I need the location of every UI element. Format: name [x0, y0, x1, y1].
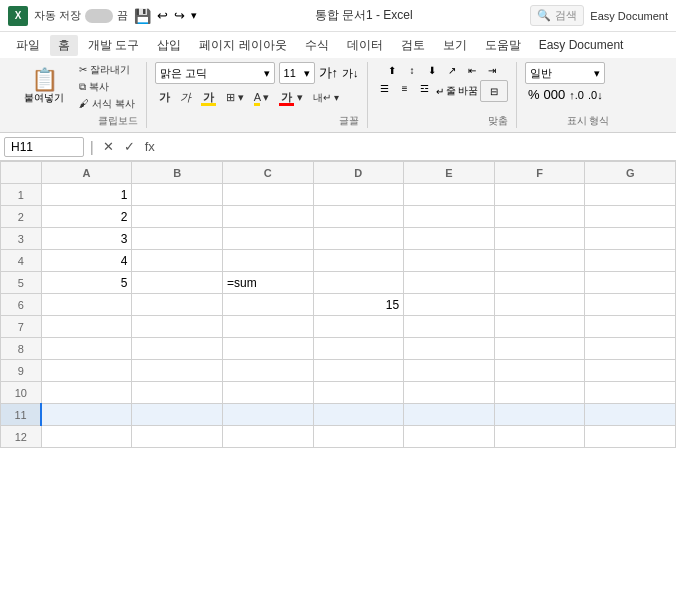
cell-F9[interactable] [494, 360, 585, 382]
menu-review[interactable]: 검토 [393, 35, 433, 56]
font-shrink-button[interactable]: 가↓ [342, 66, 359, 81]
menu-data[interactable]: 데이터 [339, 35, 391, 56]
cell-A7[interactable] [41, 316, 132, 338]
col-header-A[interactable]: A [41, 162, 132, 184]
merge-button[interactable]: ⊟ [480, 80, 508, 102]
fill-color-button[interactable]: A ▾ [250, 90, 274, 105]
cell-D2[interactable] [313, 206, 404, 228]
font-size-selector[interactable]: 11 ▾ [279, 62, 315, 84]
wrap-text-row-button[interactable]: ↵줄 바꿈 [436, 80, 479, 102]
cell-B12[interactable] [132, 426, 223, 448]
cell-F4[interactable] [494, 250, 585, 272]
cell-B1[interactable] [132, 184, 223, 206]
cell-E4[interactable] [404, 250, 495, 272]
number-format-selector[interactable]: 일반 ▾ [525, 62, 605, 84]
cell-E12[interactable] [404, 426, 495, 448]
cell-B11[interactable] [132, 404, 223, 426]
cell-B4[interactable] [132, 250, 223, 272]
name-box[interactable]: H11 [4, 137, 84, 157]
col-header-E[interactable]: E [404, 162, 495, 184]
align-left-button[interactable]: ☰ [376, 80, 394, 96]
cell-F10[interactable] [494, 382, 585, 404]
col-header-C[interactable]: C [222, 162, 313, 184]
insert-function-button[interactable]: fx [142, 139, 158, 154]
autosave-toggle[interactable] [85, 9, 113, 23]
cell-B5[interactable] [132, 272, 223, 294]
cell-G3[interactable] [585, 228, 676, 250]
menu-home[interactable]: 홈 [50, 35, 78, 56]
cell-G9[interactable] [585, 360, 676, 382]
cell-A2[interactable]: 2 [41, 206, 132, 228]
cell-B7[interactable] [132, 316, 223, 338]
cell-C4[interactable] [222, 250, 313, 272]
cell-F12[interactable] [494, 426, 585, 448]
cell-D5[interactable] [313, 272, 404, 294]
menu-view[interactable]: 보기 [435, 35, 475, 56]
row-header-11[interactable]: 11 [1, 404, 42, 426]
row-header-9[interactable]: 9 [1, 360, 42, 382]
cell-A4[interactable]: 4 [41, 250, 132, 272]
decrease-decimal-button[interactable]: .0↓ [588, 89, 603, 101]
cell-C6[interactable] [222, 294, 313, 316]
cell-E11[interactable] [404, 404, 495, 426]
cell-A10[interactable] [41, 382, 132, 404]
cell-E6[interactable] [404, 294, 495, 316]
row-header-1[interactable]: 1 [1, 184, 42, 206]
align-right-button[interactable]: ☲ [416, 80, 434, 96]
row-header-12[interactable]: 12 [1, 426, 42, 448]
cell-F11[interactable] [494, 404, 585, 426]
cell-C8[interactable] [222, 338, 313, 360]
menu-easy-doc[interactable]: Easy Document [531, 36, 632, 54]
cell-E1[interactable] [404, 184, 495, 206]
percent-button[interactable]: % [528, 87, 540, 102]
cell-F7[interactable] [494, 316, 585, 338]
row-header-2[interactable]: 2 [1, 206, 42, 228]
cell-F6[interactable] [494, 294, 585, 316]
cell-A6[interactable] [41, 294, 132, 316]
cell-C1[interactable] [222, 184, 313, 206]
col-header-G[interactable]: G [585, 162, 676, 184]
cell-A8[interactable] [41, 338, 132, 360]
cancel-formula-button[interactable]: ✕ [100, 139, 117, 154]
row-header-8[interactable]: 8 [1, 338, 42, 360]
cell-D12[interactable] [313, 426, 404, 448]
cell-E10[interactable] [404, 382, 495, 404]
cell-A9[interactable] [41, 360, 132, 382]
cell-C7[interactable] [222, 316, 313, 338]
indent-increase-button[interactable]: ⇥ [483, 62, 501, 78]
wrap-text-button[interactable]: 내↵ ▾ [309, 90, 343, 106]
cut-button[interactable]: ✂ 잘라내기 [76, 62, 138, 78]
cell-A5[interactable]: 5 [41, 272, 132, 294]
font-name-selector[interactable]: 맑은 고딕 ▾ [155, 62, 275, 84]
cell-D3[interactable] [313, 228, 404, 250]
menu-insert[interactable]: 삽입 [149, 35, 189, 56]
font-color-button[interactable]: 가 ▾ [275, 89, 307, 106]
cell-F2[interactable] [494, 206, 585, 228]
increase-decimal-button[interactable]: ↑.0 [569, 89, 584, 101]
cell-C2[interactable] [222, 206, 313, 228]
redo-icon[interactable]: ↪ [174, 8, 185, 23]
row-header-5[interactable]: 5 [1, 272, 42, 294]
bold-button[interactable]: 가 [155, 89, 174, 106]
cell-D10[interactable] [313, 382, 404, 404]
cell-B3[interactable] [132, 228, 223, 250]
cell-E7[interactable] [404, 316, 495, 338]
cell-A11[interactable] [41, 404, 132, 426]
row-header-10[interactable]: 10 [1, 382, 42, 404]
italic-button[interactable]: 가 [176, 89, 195, 106]
indent-decrease-button[interactable]: ⇤ [463, 62, 481, 78]
col-header-F[interactable]: F [494, 162, 585, 184]
cell-G8[interactable] [585, 338, 676, 360]
format-painter-button[interactable]: 🖌 서식 복사 [76, 96, 138, 112]
cell-B6[interactable] [132, 294, 223, 316]
cell-G5[interactable] [585, 272, 676, 294]
menu-file[interactable]: 파일 [8, 35, 48, 56]
undo-icon[interactable]: ↩ [157, 8, 168, 23]
cell-B9[interactable] [132, 360, 223, 382]
cell-C12[interactable] [222, 426, 313, 448]
cell-B8[interactable] [132, 338, 223, 360]
customize-icon[interactable]: ▾ [191, 9, 197, 22]
cell-A12[interactable] [41, 426, 132, 448]
row-header-4[interactable]: 4 [1, 250, 42, 272]
align-middle-button[interactable]: ↕ [403, 62, 421, 78]
